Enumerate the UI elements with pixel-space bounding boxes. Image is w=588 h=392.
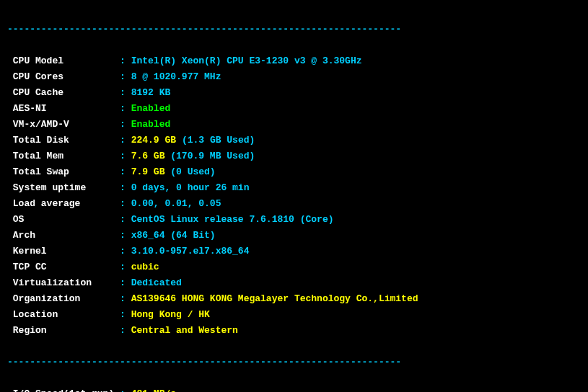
row-value: cubic (131, 262, 159, 272)
sysinfo-row: Location : Hong Kong / HK (7, 307, 581, 323)
colon: : (120, 309, 131, 320)
row-label: Virtualization (7, 277, 120, 288)
colon: : (120, 55, 131, 66)
colon: : (120, 325, 131, 336)
terminal-output: ----------------------------------------… (0, 0, 588, 392)
sysinfo-row: Virtualization : Dedicated (7, 275, 581, 291)
sysinfo-row: System uptime : 0 days, 0 hour 26 min (7, 180, 581, 196)
sysinfo-row: VM-x/AMD-V : Enabled (7, 117, 581, 133)
colon: : (120, 277, 131, 288)
colon: : (120, 135, 131, 146)
sysinfo-row: Total Disk : 224.9 GB (1.3 GB Used) (7, 133, 581, 148)
io-block: I/O Speed(1st run) : 481 MB/s I/O Speed(… (7, 386, 581, 392)
row-value: 3.10.0-957.el7.x86_64 (131, 246, 250, 257)
row-value: Hong Kong / HK (131, 309, 210, 320)
colon: : (120, 214, 131, 225)
io-label: I/O Speed(1st run) (7, 388, 120, 392)
sysinfo-row: TCP CC : cubic (7, 259, 581, 275)
colon: : (120, 166, 131, 177)
row-value: 0.00, 0.01, 0.05 (131, 198, 221, 209)
row-label: Load average (7, 198, 120, 209)
sysinfo-row: Arch : x86_64 (64 Bit) (7, 228, 581, 244)
row-label: VM-x/AMD-V (7, 119, 120, 130)
row-label: Total Swap (7, 166, 120, 177)
row-value: 0 days, 0 hour 26 min (131, 182, 250, 193)
colon: : (120, 119, 131, 130)
row-label: AES-NI (7, 103, 120, 114)
row-value: 8192 KB (131, 87, 171, 98)
row-paren: (1.3 GB Used) (182, 135, 255, 146)
sysinfo-row: Region : Central and Western (7, 323, 581, 339)
row-value: 7.6 GB (131, 151, 165, 161)
colon: : (120, 151, 131, 161)
sysinfo-row: Organization : AS139646 HONG KONG Megala… (7, 291, 581, 307)
row-value: Central and Western (131, 325, 238, 336)
row-label: System uptime (7, 182, 120, 193)
sysinfo-block: CPU Model : Intel(R) Xeon(R) CPU E3-1230… (7, 53, 581, 339)
sysinfo-row: AES-NI : Enabled (7, 101, 581, 117)
sysinfo-row: CPU Cores : 8 @ 1020.977 MHz (7, 69, 581, 85)
io-row: I/O Speed(1st run) : 481 MB/s (7, 386, 581, 392)
row-value: Enabled (131, 103, 171, 114)
row-label: Region (7, 325, 120, 336)
row-label: OS (7, 214, 120, 225)
row-value: CentOS Linux release 7.6.1810 (Core) (131, 214, 334, 225)
sysinfo-row: CPU Model : Intel(R) Xeon(R) CPU E3-1230… (7, 53, 581, 69)
colon: : (120, 293, 131, 304)
row-label: Organization (7, 293, 120, 304)
row-label: TCP CC (7, 262, 120, 272)
row-label: Total Disk (7, 135, 120, 146)
colon: : (120, 182, 131, 193)
divider-mid: ----------------------------------------… (7, 355, 581, 370)
colon: : (120, 246, 131, 257)
sysinfo-row: Kernel : 3.10.0-957.el7.x86_64 (7, 244, 581, 259)
row-value: Enabled (131, 119, 171, 130)
sysinfo-row: Total Swap : 7.9 GB (0 Used) (7, 164, 581, 180)
row-value: x86_64 (64 Bit) (131, 230, 216, 241)
row-label: CPU Cache (7, 87, 120, 98)
colon: : (120, 71, 131, 82)
io-value: 481 MB/s (131, 388, 176, 392)
row-label: CPU Cores (7, 71, 120, 82)
row-label: Location (7, 309, 120, 320)
colon: : (120, 262, 131, 272)
sysinfo-row: Load average : 0.00, 0.01, 0.05 (7, 196, 581, 212)
row-value: Intel(R) Xeon(R) CPU E3-1230 v3 @ 3.30GH… (131, 55, 362, 66)
colon: : (120, 103, 131, 114)
row-label: CPU Model (7, 55, 120, 66)
row-value: 7.9 GB (131, 166, 165, 177)
row-paren: (0 Used) (170, 166, 215, 177)
row-value: Dedicated (131, 277, 182, 288)
sysinfo-row: Total Mem : 7.6 GB (170.9 MB Used) (7, 148, 581, 164)
row-label: Kernel (7, 246, 120, 257)
colon: : (120, 198, 131, 209)
colon: : (120, 87, 131, 98)
row-paren: (170.9 MB Used) (170, 151, 255, 161)
row-label: Total Mem (7, 151, 120, 161)
colon: : (120, 388, 131, 392)
row-value: 224.9 GB (131, 135, 176, 146)
row-label: Arch (7, 230, 120, 241)
row-value: AS139646 HONG KONG Megalayer Technology … (131, 293, 418, 304)
row-value: 8 @ 1020.977 MHz (131, 71, 221, 82)
colon: : (120, 230, 131, 241)
sysinfo-row: OS : CentOS Linux release 7.6.1810 (Core… (7, 212, 581, 228)
divider-top: ----------------------------------------… (7, 22, 581, 37)
sysinfo-row: CPU Cache : 8192 KB (7, 85, 581, 101)
